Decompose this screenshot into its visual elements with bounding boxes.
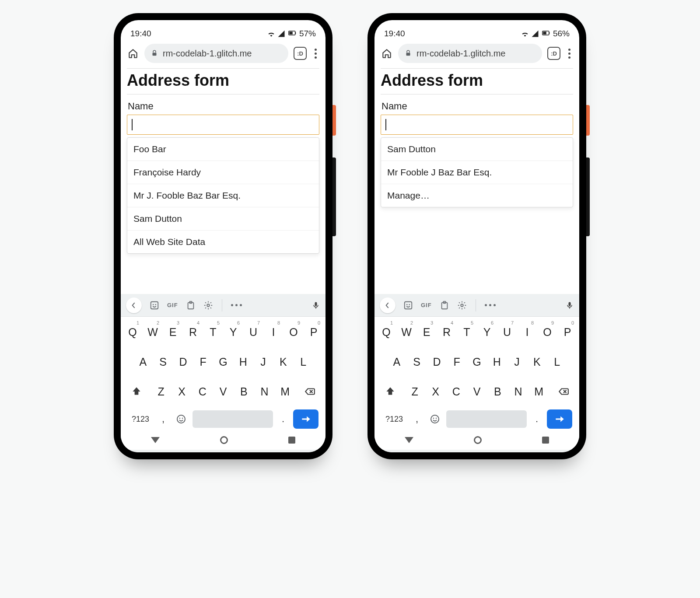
symbols-key[interactable]: ?123 [382, 409, 407, 430]
settings-gear-icon[interactable] [203, 301, 213, 310]
key-z[interactable]: Z [152, 379, 170, 404]
sticker-icon[interactable] [150, 301, 159, 310]
mic-icon[interactable] [565, 301, 574, 310]
clipboard-icon[interactable] [440, 301, 449, 310]
key-h[interactable]: H [233, 349, 253, 374]
tab-switcher-button[interactable]: :D [294, 47, 307, 60]
emoji-key-icon[interactable] [173, 409, 189, 430]
key-h[interactable]: H [487, 349, 507, 374]
home-icon[interactable] [127, 48, 139, 59]
key-m[interactable]: M [276, 379, 294, 404]
key-l[interactable]: L [293, 349, 313, 374]
key-c[interactable]: C [447, 379, 466, 404]
nav-home-icon[interactable] [474, 436, 482, 444]
home-icon[interactable] [381, 48, 393, 59]
key-l[interactable]: L [547, 349, 567, 374]
key-u[interactable]: U7 [498, 319, 516, 345]
key-z[interactable]: Z [406, 379, 424, 404]
autofill-suggestion-item[interactable]: All Web Site Data [127, 230, 319, 253]
key-i[interactable]: I8 [264, 319, 283, 345]
comma-key[interactable]: , [157, 409, 170, 430]
key-w[interactable]: W2 [144, 319, 162, 345]
key-b[interactable]: B [488, 379, 507, 404]
key-g[interactable]: G [467, 349, 487, 374]
mic-icon[interactable] [312, 301, 320, 310]
key-c[interactable]: C [193, 379, 212, 404]
url-bar[interactable]: rm-codelab-1.glitch.me [398, 44, 542, 63]
key-q[interactable]: Q1 [123, 319, 142, 345]
nav-recent-icon[interactable] [288, 437, 295, 444]
shift-key-icon[interactable] [123, 379, 150, 404]
autofill-suggestion-item[interactable]: Foo Bar [127, 138, 319, 161]
key-q[interactable]: Q1 [377, 319, 396, 345]
key-t[interactable]: T5 [204, 319, 222, 345]
key-y[interactable]: Y6 [478, 319, 496, 345]
space-key[interactable] [192, 410, 273, 428]
key-a[interactable]: A [133, 349, 153, 374]
settings-gear-icon[interactable] [457, 301, 467, 310]
enter-key-icon[interactable] [293, 409, 318, 429]
key-f[interactable]: F [447, 349, 467, 374]
more-icon[interactable] [231, 304, 242, 306]
space-key[interactable] [446, 410, 527, 428]
tab-switcher-button[interactable]: :D [547, 47, 560, 60]
autofill-suggestion-item[interactable]: Françoise Hardy [127, 161, 319, 184]
key-d[interactable]: D [427, 349, 447, 374]
key-r[interactable]: R4 [184, 319, 202, 345]
overflow-menu-icon[interactable] [566, 49, 573, 59]
comma-key[interactable]: , [410, 409, 424, 430]
key-e[interactable]: E3 [417, 319, 436, 345]
backspace-key-icon[interactable] [297, 379, 323, 404]
nav-recent-icon[interactable] [542, 437, 549, 444]
clipboard-icon[interactable] [186, 301, 196, 310]
key-j[interactable]: J [507, 349, 527, 374]
nav-back-icon[interactable] [151, 437, 160, 443]
key-y[interactable]: Y6 [224, 319, 242, 345]
key-i[interactable]: I8 [518, 319, 536, 345]
overflow-menu-icon[interactable] [312, 49, 319, 59]
backspace-key-icon[interactable] [550, 379, 577, 404]
period-key[interactable]: . [276, 409, 290, 430]
enter-key-icon[interactable] [547, 409, 572, 429]
autofill-suggestion-item[interactable]: Manage… [381, 184, 573, 207]
key-g[interactable]: G [213, 349, 233, 374]
key-v[interactable]: V [468, 379, 486, 404]
key-o[interactable]: O9 [538, 319, 556, 345]
gif-button[interactable]: GIF [421, 302, 432, 308]
nav-home-icon[interactable] [220, 436, 228, 444]
key-r[interactable]: R4 [438, 319, 456, 345]
name-input[interactable] [127, 115, 319, 135]
key-m[interactable]: M [530, 379, 548, 404]
key-t[interactable]: T5 [458, 319, 476, 345]
emoji-key-icon[interactable] [427, 409, 443, 430]
key-w[interactable]: W2 [397, 319, 416, 345]
shift-key-icon[interactable] [377, 379, 403, 404]
key-x[interactable]: X [427, 379, 445, 404]
nav-back-icon[interactable] [405, 437, 413, 443]
key-n[interactable]: N [256, 379, 274, 404]
key-j[interactable]: J [253, 349, 273, 374]
name-input[interactable] [381, 115, 573, 135]
key-s[interactable]: S [153, 349, 173, 374]
key-p[interactable]: P0 [304, 319, 323, 345]
key-f[interactable]: F [193, 349, 213, 374]
autofill-suggestion-item[interactable]: Mr Fooble J Baz Bar Esq. [381, 161, 573, 184]
key-n[interactable]: N [509, 379, 528, 404]
gif-button[interactable]: GIF [167, 302, 178, 308]
url-bar[interactable]: rm-codelab-1.glitch.me [144, 44, 288, 63]
autofill-suggestion-item[interactable]: Sam Dutton [381, 138, 573, 161]
key-o[interactable]: O9 [284, 319, 303, 345]
sticker-icon[interactable] [403, 301, 413, 310]
key-p[interactable]: P0 [558, 319, 577, 345]
key-k[interactable]: K [273, 349, 293, 374]
period-key[interactable]: . [530, 409, 543, 430]
key-a[interactable]: A [387, 349, 407, 374]
key-d[interactable]: D [173, 349, 193, 374]
key-s[interactable]: S [407, 349, 427, 374]
key-u[interactable]: U7 [244, 319, 262, 345]
autofill-suggestion-item[interactable]: Sam Dutton [127, 207, 319, 230]
symbols-key[interactable]: ?123 [128, 409, 153, 430]
key-x[interactable]: X [173, 379, 191, 404]
kb-collapse-chevron-icon[interactable] [380, 297, 396, 313]
key-k[interactable]: K [527, 349, 547, 374]
